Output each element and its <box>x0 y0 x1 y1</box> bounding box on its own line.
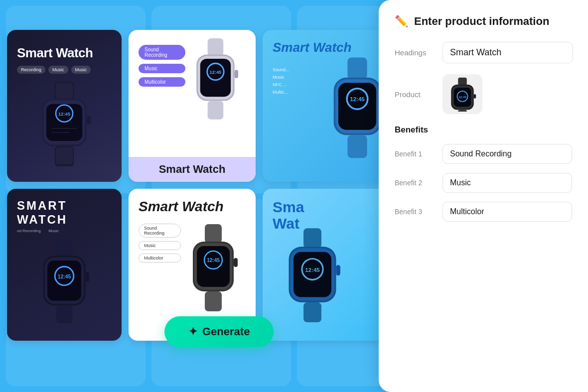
card-5-tags: Sound Recording Music Multicolor <box>139 222 181 262</box>
product-watch-thumbnail: 12:45 <box>445 77 480 112</box>
benefit-1-label: Benefit 1 <box>395 150 435 158</box>
card-1-tags: Recording Music Music <box>17 66 91 74</box>
tag-recording: Recording <box>17 66 45 74</box>
svg-rect-50 <box>336 265 340 275</box>
benefit-2-label: Benefit 2 <box>395 179 435 187</box>
watch-dark-img: 12:45 <box>24 82 104 166</box>
card-4-title: SMART WATCH <box>17 199 112 227</box>
svg-rect-58 <box>474 94 476 99</box>
svg-rect-1 <box>56 83 73 99</box>
card-4-subtitle: nd Recording Music <box>17 229 59 233</box>
benefit-3-label: Benefit 3 <box>395 208 435 216</box>
card-5-title: Smart Watch <box>139 199 246 215</box>
svg-rect-42 <box>234 258 238 267</box>
svg-rect-27 <box>347 135 367 158</box>
benefit-1-row: Benefit 1 <box>395 144 572 164</box>
right-panel: ✏️ Enter product information Headings Pr… <box>379 0 588 392</box>
card-3-features: Sound... Music NFC ... Multic... <box>273 62 290 95</box>
svg-rect-52 <box>458 78 467 86</box>
svg-text:12:45: 12:45 <box>305 266 320 273</box>
card-1-title: Smart Watch <box>17 45 93 61</box>
svg-rect-36 <box>205 224 222 243</box>
benefit-2-input[interactable] <box>442 173 572 193</box>
generate-icon: ✦ <box>188 325 197 338</box>
svg-rect-35 <box>56 305 72 323</box>
card-2-footer-title: Smart Watch <box>135 163 250 176</box>
card-dark-2: SMART WATCH nd Recording Music 12:45 <box>7 189 122 341</box>
svg-rect-34 <box>85 272 89 282</box>
svg-rect-12 <box>208 38 224 56</box>
svg-rect-51 <box>303 302 321 322</box>
product-thumbnail[interactable]: 12:45 <box>442 74 482 114</box>
edit-icon: ✏️ <box>395 15 408 28</box>
product-label: Product <box>395 90 435 99</box>
svg-rect-20 <box>347 57 367 79</box>
watch-silver-img: 12:45 <box>185 35 246 134</box>
card-2-footer: Smart Watch <box>129 157 256 182</box>
tag-music-3: Music <box>139 64 185 73</box>
card-white-purple: Sound Recording Music Multicolor 12:45 S… <box>129 30 256 182</box>
benefit-3-input[interactable] <box>442 202 572 222</box>
svg-rect-11 <box>56 147 73 164</box>
svg-rect-39 <box>197 246 230 287</box>
headings-label: Headings <box>395 48 435 57</box>
svg-text:12:45: 12:45 <box>458 95 466 99</box>
benefits-section: Benefits Benefit 1 Benefit 2 Benefit 3 <box>395 125 572 222</box>
tag-music-2: Music <box>71 66 91 74</box>
panel-title: Enter product information <box>414 15 549 28</box>
svg-text:12:45: 12:45 <box>58 111 71 117</box>
generate-button[interactable]: ✦ Generate <box>164 316 274 347</box>
svg-text:12:45: 12:45 <box>58 274 71 279</box>
feature-nfc: NFC ... <box>273 82 290 87</box>
panel-header: ✏️ Enter product information <box>395 15 572 28</box>
tag-sound2: Sound Recording <box>139 224 181 238</box>
tag-music4: Music <box>139 241 181 250</box>
watch-dark2-img: 12:45 <box>17 237 112 331</box>
svg-text:12:45: 12:45 <box>210 70 222 75</box>
benefit-3-row: Benefit 3 <box>395 202 572 222</box>
svg-text:12:45: 12:45 <box>350 96 365 102</box>
generate-label: Generate <box>202 325 250 338</box>
headings-row: Headings <box>395 42 572 63</box>
tag-sound-recording: Sound Recording <box>139 45 185 60</box>
tag-multicolor: Multicolor <box>139 77 185 87</box>
watch-white-img: 12:45 <box>181 217 246 326</box>
tag-music-1: Music <box>48 66 68 74</box>
headings-input[interactable] <box>442 42 573 63</box>
feature-multic: Multic... <box>273 90 290 95</box>
svg-rect-19 <box>208 101 224 120</box>
benefit-2-row: Benefit 2 <box>395 173 572 193</box>
svg-rect-23 <box>338 83 376 130</box>
feature-music: Music <box>273 75 290 80</box>
tag-multi2: Multicolor <box>139 254 181 262</box>
svg-rect-28 <box>56 240 72 258</box>
svg-rect-9 <box>87 116 91 125</box>
product-row: Product 12:45 <box>395 74 572 114</box>
svg-rect-18 <box>235 70 238 78</box>
svg-text:12:45: 12:45 <box>207 258 220 263</box>
benefit-1-input[interactable] <box>442 144 572 164</box>
svg-rect-15 <box>200 59 231 97</box>
feature-sound: Sound... <box>273 67 290 72</box>
benefits-title: Benefits <box>395 125 572 135</box>
watch-blue2-img: 12:45 <box>263 226 367 331</box>
card-dark-1: Smart Watch Recording Music Music 12:45 <box>7 30 122 182</box>
card-2-tags: Sound Recording Music Multicolor <box>139 40 185 87</box>
svg-rect-59 <box>458 110 467 112</box>
svg-rect-44 <box>303 228 321 248</box>
svg-rect-43 <box>205 291 222 311</box>
